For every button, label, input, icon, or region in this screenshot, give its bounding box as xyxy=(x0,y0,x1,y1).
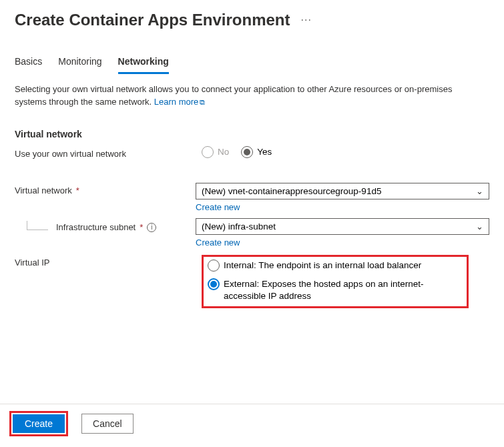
select-infra-subnet-value: (New) infra-subnet xyxy=(202,221,276,232)
footer-bar: Create Cancel xyxy=(0,404,504,443)
label-use-own-vnet: Use your own virtual network xyxy=(15,146,202,159)
tabs-bar: Basics Monitoring Networking xyxy=(15,56,489,74)
tab-basics[interactable]: Basics xyxy=(15,56,42,74)
select-infra-subnet[interactable]: (New) infra-subnet ⌄ xyxy=(196,218,489,235)
highlight-create-button: Create xyxy=(9,411,68,436)
section-virtual-network: Virtual network xyxy=(15,129,489,139)
select-virtual-network-value: (New) vnet-containerappresourcegroup-91d… xyxy=(202,186,381,196)
radio-label-yes: Yes xyxy=(257,147,272,157)
radio-use-own-vnet-no[interactable]: No xyxy=(202,146,229,158)
label-virtual-ip: Virtual IP xyxy=(15,255,202,268)
radio-virtual-ip-internal[interactable]: Internal: The endpoint is an internal lo… xyxy=(208,260,463,272)
label-virtual-network: Virtual network* xyxy=(15,183,196,195)
more-menu-icon[interactable]: ··· xyxy=(301,14,312,26)
create-button[interactable]: Create xyxy=(13,414,65,433)
learn-more-link[interactable]: Learn more⧉ xyxy=(154,97,205,107)
info-icon[interactable]: i xyxy=(147,223,156,232)
tab-networking[interactable]: Networking xyxy=(118,56,169,74)
radio-virtual-ip-external[interactable]: External: Exposes the hosted apps on an … xyxy=(208,278,463,302)
tab-description: Selecting your own virtual network allow… xyxy=(15,83,482,109)
highlight-virtual-ip: Internal: The endpoint is an internal lo… xyxy=(202,255,469,309)
page-title: Create Container Apps Environment xyxy=(15,11,290,29)
chevron-down-icon: ⌄ xyxy=(476,221,483,232)
cancel-button[interactable]: Cancel xyxy=(81,414,134,434)
radio-label-external: External: Exposes the hosted apps on an … xyxy=(224,278,444,302)
radio-label-no: No xyxy=(218,147,229,157)
link-create-new-subnet[interactable]: Create new xyxy=(196,238,240,248)
chevron-down-icon: ⌄ xyxy=(476,186,483,196)
link-create-new-vnet[interactable]: Create new xyxy=(196,202,240,212)
label-infra-subnet: Infrastructure subnet * i xyxy=(15,218,196,234)
radio-label-internal: Internal: The endpoint is an internal lo… xyxy=(224,260,421,272)
external-link-icon: ⧉ xyxy=(200,98,205,106)
tab-monitoring[interactable]: Monitoring xyxy=(58,56,101,74)
radio-use-own-vnet-yes[interactable]: Yes xyxy=(241,146,272,158)
select-virtual-network[interactable]: (New) vnet-containerappresourcegroup-91d… xyxy=(196,183,489,199)
